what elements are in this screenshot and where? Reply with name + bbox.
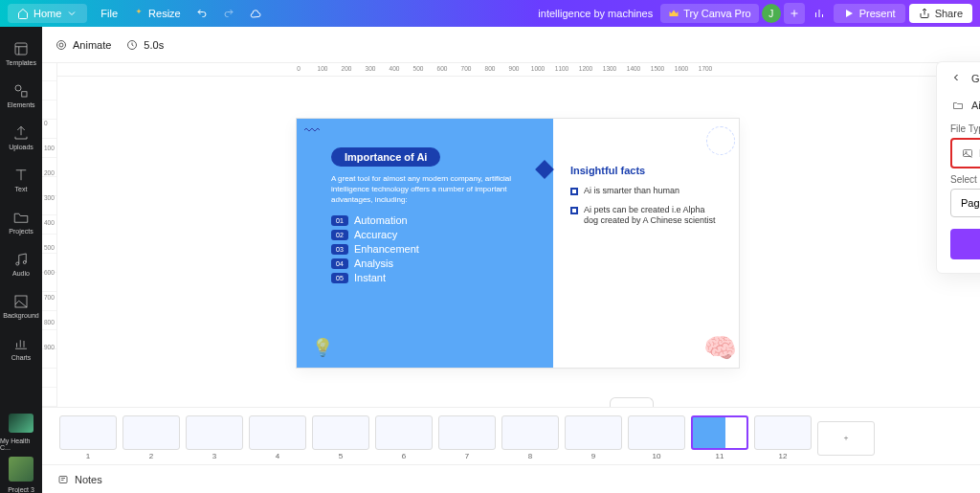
point-number: 01 <box>331 215 348 226</box>
sidebar-item-templates[interactable]: Templates <box>0 33 42 73</box>
page-thumbnail[interactable] <box>501 415 559 450</box>
page-thumbnail[interactable] <box>628 415 685 450</box>
insights-button[interactable] <box>809 3 830 24</box>
folder-icon <box>12 209 30 226</box>
point-text: Enhancement <box>354 243 419 255</box>
add-member-button[interactable] <box>784 3 805 24</box>
redo-button[interactable] <box>215 4 242 23</box>
page-thumbnails: 123456789101112＋ <box>42 407 980 464</box>
slide-right-panel: Insightful facts Ai is smarter than huma… <box>553 119 739 368</box>
svg-point-4 <box>23 260 26 263</box>
page-thumbnail[interactable] <box>312 415 369 450</box>
plus-icon <box>789 8 800 19</box>
file-label: File <box>100 8 118 19</box>
duration-button[interactable]: 5.0s <box>126 39 164 51</box>
sidebar-item-elements[interactable]: Elements <box>0 75 42 115</box>
svg-point-7 <box>59 43 63 47</box>
resize-button[interactable]: Resize <box>125 4 189 23</box>
avatar[interactable]: J <box>762 4 781 23</box>
sidebar-item-text[interactable]: Text <box>0 159 42 199</box>
chart-icon <box>813 8 825 19</box>
file-type-select[interactable]: PNG <box>950 138 980 168</box>
scribble-icon: 〰 <box>304 123 320 140</box>
file-menu[interactable]: File <box>93 4 125 23</box>
ruler-tick: 1000 <box>531 65 545 72</box>
select-pages-select[interactable]: Pages 1–10 <box>950 189 980 217</box>
sparkle-icon <box>133 8 145 19</box>
undo-button[interactable] <box>189 4 215 23</box>
page-thumbnail[interactable] <box>59 415 117 450</box>
ruler-tick: 600 <box>437 65 448 72</box>
page-thumbnail[interactable] <box>122 415 180 450</box>
page-thumbnail[interactable] <box>375 415 433 450</box>
crown-icon <box>668 8 679 19</box>
svg-rect-0 <box>15 43 27 55</box>
fact-text: Ai is smarter than human <box>584 186 679 197</box>
sidebar-item-audio[interactable]: Audio <box>0 243 42 283</box>
sidebar-item-uploads[interactable]: Uploads <box>0 117 42 157</box>
panel-doc-row[interactable]: Ai Presentation <box>950 93 980 118</box>
canvas-collapse-tab[interactable] <box>610 397 654 407</box>
thumb-number: 9 <box>591 452 595 460</box>
thumb-number: 1 <box>86 452 90 460</box>
try-pro-button[interactable]: Try Canva Pro <box>660 4 759 23</box>
slide-left-panel: 〰 Importance of Ai A great tool for almo… <box>297 119 553 368</box>
image-icon <box>962 147 973 159</box>
ruler-tick: 200 <box>342 65 352 72</box>
home-button[interactable]: Home <box>8 4 87 23</box>
redo-icon <box>223 8 234 19</box>
thumb-number: 4 <box>276 452 279 460</box>
page-thumbnail[interactable] <box>438 415 496 450</box>
ruler-tick: 100 <box>318 65 328 72</box>
share-icon <box>919 8 930 19</box>
bulb-icon: 💡 <box>312 337 333 358</box>
horizontal-ruler: 0100200300400500600700800900100011001200… <box>57 63 980 77</box>
notes-button[interactable]: Notes <box>57 474 102 485</box>
add-page-button[interactable]: ＋ <box>817 421 875 456</box>
sidebar-item-projects[interactable]: Projects <box>0 201 42 241</box>
animate-button[interactable]: Animate <box>56 39 111 51</box>
sidebar-item-charts[interactable]: Charts <box>0 327 42 368</box>
sidebar-project-3[interactable]: Project 3 <box>0 453 42 493</box>
ruler-tick: 1700 <box>699 65 712 72</box>
point-number: 04 <box>331 258 348 269</box>
cloud-sync-button[interactable] <box>242 4 269 23</box>
page-thumbnail[interactable] <box>249 415 306 450</box>
point-text: Analysis <box>354 258 393 269</box>
svg-point-12 <box>966 151 968 153</box>
sidebar-label: Templates <box>6 59 36 66</box>
ruler-tick: 1200 <box>579 65 592 72</box>
ruler-tick: 600 <box>44 269 55 276</box>
page-thumbnail[interactable] <box>754 415 812 450</box>
elements-icon <box>12 82 30 100</box>
canvas[interactable]: 〰 Importance of Ai A great tool for almo… <box>57 77 980 407</box>
sidebar-label: Background <box>3 312 38 319</box>
page-thumbnail[interactable] <box>565 415 622 450</box>
share-button[interactable]: Share <box>909 4 972 23</box>
page-thumbnail[interactable] <box>186 415 243 450</box>
document-title[interactable]: intelligence by machines <box>538 8 653 19</box>
thumb-number: 5 <box>339 452 343 460</box>
facts-heading: Insightful facts <box>570 165 722 176</box>
folder-icon <box>952 100 964 111</box>
sidebar-project-myhealth[interactable]: My Health C... <box>0 411 42 451</box>
select-pages-label: Select pages <box>950 174 980 185</box>
slide-fact: Ai is smarter than human <box>570 186 722 197</box>
page-thumbnail[interactable] <box>691 415 748 450</box>
clock-icon <box>126 39 138 51</box>
ruler-tick: 900 <box>44 344 55 350</box>
ruler-tick: 1600 <box>675 65 688 72</box>
present-button[interactable]: Present <box>834 4 905 23</box>
cloud-icon <box>250 8 261 19</box>
ruler-tick: 300 <box>44 194 55 201</box>
panel-back-button[interactable] <box>950 72 962 85</box>
save-button[interactable]: Save <box>950 229 980 259</box>
slide-preview[interactable]: 〰 Importance of Ai A great tool for almo… <box>297 119 739 368</box>
sidebar-label: Charts <box>11 354 32 361</box>
ruler-tick: 500 <box>44 244 55 251</box>
sidebar-label: Audio <box>12 270 30 277</box>
sidebar-item-background[interactable]: Background <box>0 285 42 325</box>
point-number: 03 <box>331 244 348 255</box>
slide-point: 02Accuracy <box>331 229 534 240</box>
bullet-icon <box>570 188 578 195</box>
